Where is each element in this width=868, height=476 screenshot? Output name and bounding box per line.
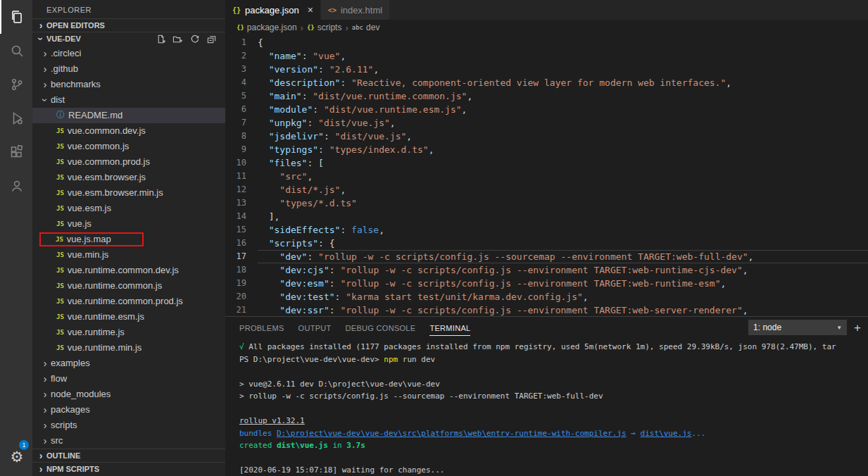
code-line-16: 16 "scripts": { xyxy=(225,237,868,250)
chevron-right-icon: › xyxy=(39,374,51,384)
explorer-icon[interactable] xyxy=(0,0,32,34)
code-line-6: 6 "module": "dist/vue.runtime.esm.js", xyxy=(225,103,868,116)
tab-index-html[interactable]: <> index.html xyxy=(321,0,390,20)
tree-item-flow[interactable]: ›flow xyxy=(32,371,225,387)
tab-package-json[interactable]: {} package.json × xyxy=(225,0,321,20)
code-line-20: 20 "dev:test": "karma start test/unit/ka… xyxy=(225,290,868,303)
terminal-output[interactable]: √ All packages installed (1177 packages … xyxy=(225,338,868,476)
tree-item-vue-js-map[interactable]: JSvue.js.map xyxy=(32,232,225,247)
terminal-line: > vue@2.6.11 dev D:\project\vue-dev\vue-… xyxy=(239,378,868,391)
code-line-5: 5 "main": "dist/vue.runtime.common.js", xyxy=(225,89,868,103)
chevron-right-icon: › xyxy=(35,451,46,461)
terminal-line: [2020-06-19 15:07:18] waiting for change… xyxy=(239,464,868,476)
workspace-section-header[interactable]: › VUE-DEV xyxy=(32,32,225,46)
js-file-icon: JS xyxy=(56,236,63,243)
panel-tab-output[interactable]: OUTPUT xyxy=(298,320,332,336)
tree-item--circleci[interactable]: ›.circleci xyxy=(32,46,225,61)
chevron-right-icon: › xyxy=(39,389,51,399)
search-icon[interactable] xyxy=(0,34,32,68)
terminal-line: √ All packages installed (1177 packages … xyxy=(239,341,868,353)
breadcrumb-item-file[interactable]: {} package.json xyxy=(237,23,297,32)
js-file-icon: JS xyxy=(56,158,64,165)
tree-item-vue-common-js[interactable]: JSvue.common.js xyxy=(32,139,225,154)
extensions-icon[interactable] xyxy=(0,135,32,169)
outline-section-header[interactable]: › OUTLINE xyxy=(32,449,225,463)
line-number: 19 xyxy=(225,277,258,290)
tree-item-vue-runtime-esm-js[interactable]: JSvue.runtime.esm.js xyxy=(32,309,225,325)
tree-item-vue-common-prod-js[interactable]: JSvue.common.prod.js xyxy=(32,154,225,170)
open-editors-section-header[interactable]: › OPEN EDITORS xyxy=(32,18,225,32)
npm-scripts-section-header[interactable]: › NPM SCRIPTS xyxy=(32,462,225,476)
json-file-icon: {} xyxy=(232,6,241,14)
json-symbol-icon: {} xyxy=(237,24,244,31)
tree-item-vue-runtime-common-prod-js[interactable]: JSvue.runtime.common.prod.js xyxy=(32,294,225,309)
terminal-line xyxy=(239,452,868,465)
annotation-red-box: JSvue.js.map xyxy=(39,232,144,246)
tree-item-src[interactable]: ›src xyxy=(32,433,225,449)
collapse-folders-button[interactable] xyxy=(206,34,217,44)
tree-item-vue-min-js[interactable]: JSvue.min.js xyxy=(32,247,225,263)
tree-item-dist[interactable]: ›dist xyxy=(32,92,225,108)
tree-item-benchmarks[interactable]: ›benchmarks xyxy=(32,77,225,92)
panel-tab-terminal[interactable]: TERMINAL xyxy=(429,320,470,336)
tree-item-examples[interactable]: ›examples xyxy=(32,356,225,371)
code-editor[interactable]: 1{2 "name": "vue",3 "version": "2.6.11",… xyxy=(225,35,868,316)
new-terminal-button[interactable]: + xyxy=(854,322,861,334)
line-number: 15 xyxy=(225,223,258,237)
info-icon: ⓘ xyxy=(56,109,65,121)
line-number: 1 xyxy=(225,36,258,49)
code-line-17: 17 "dev": "rollup -w -c scripts/config.j… xyxy=(225,250,868,263)
code-line-19: 19 "dev:esm": "rollup -w -c scripts/conf… xyxy=(225,277,868,290)
tree-item-vue-esm-browser-js[interactable]: JSvue.esm.browser.js xyxy=(32,170,225,185)
tree-item-vue-common-dev-js[interactable]: JSvue.common.dev.js xyxy=(32,123,225,139)
tree-item--github[interactable]: ›.github xyxy=(32,61,225,77)
source-control-icon[interactable] xyxy=(0,68,32,101)
code-line-8: 8 "jsdelivr": "dist/vue.js", xyxy=(225,130,868,143)
line-number: 4 xyxy=(225,76,258,89)
html-file-icon: <> xyxy=(328,6,336,14)
tree-item-vue-esm-js[interactable]: JSvue.esm.js xyxy=(32,201,225,216)
run-and-debug-icon[interactable] xyxy=(0,101,32,135)
tree-item-vue-runtime-js[interactable]: JSvue.runtime.js xyxy=(32,325,225,340)
code-line-7: 7 "unpkg": "dist/vue.js", xyxy=(225,116,868,130)
sidebar-title: EXPLORER xyxy=(32,0,225,18)
chevron-right-icon: › xyxy=(344,23,349,33)
tree-item-vue-esm-browser-min-js[interactable]: JSvue.esm.browser.min.js xyxy=(32,185,225,201)
tree-item-vue-runtime-min-js[interactable]: JSvue.runtime.min.js xyxy=(32,340,225,356)
tree-item-scripts[interactable]: ›scripts xyxy=(32,418,225,433)
code-line-9: 9 "typings": "types/index.d.ts", xyxy=(225,143,868,156)
tree-item-node-modules[interactable]: ›node_modules xyxy=(32,387,225,402)
line-number: 10 xyxy=(225,156,258,170)
object-symbol-icon: {} xyxy=(307,24,315,31)
js-file-icon: JS xyxy=(56,143,64,150)
breadcrumb-item-dev[interactable]: abc dev xyxy=(352,23,380,32)
line-number: 14 xyxy=(225,210,258,223)
vscode-window: ⚙ 1 EXPLORER › OPEN EDITORS › VUE-DEV xyxy=(0,0,868,476)
js-file-icon: JS xyxy=(56,220,64,227)
tree-item-readme-md[interactable]: ⓘREADME.md xyxy=(32,108,225,123)
refresh-explorer-button[interactable] xyxy=(189,34,200,44)
close-icon[interactable]: × xyxy=(308,4,313,15)
tree-item-vue-runtime-common-js[interactable]: JSvue.runtime.common.js xyxy=(32,278,225,294)
line-number: 18 xyxy=(225,263,258,277)
manage-area: ⚙ 1 xyxy=(0,439,32,473)
code-line-12: 12 "dist/*.js", xyxy=(225,183,868,196)
terminal-line: PS D:\project\vue-dev\vue-dev> npm run d… xyxy=(239,353,868,366)
code-line-4: 4 "description": "Reactive, component-or… xyxy=(225,76,868,89)
code-line-3: 3 "version": "2.6.11", xyxy=(225,63,868,76)
accounts-icon[interactable] xyxy=(0,169,32,203)
tree-item-vue-js[interactable]: JSvue.js xyxy=(32,216,225,232)
terminal-line: rollup v1.32.1 xyxy=(239,415,868,427)
panel-tab-debug-console[interactable]: DEBUG CONSOLE xyxy=(346,320,416,336)
js-file-icon: JS xyxy=(56,205,64,212)
code-line-14: 14 ], xyxy=(225,210,868,223)
new-folder-button[interactable] xyxy=(172,34,183,44)
new-file-button[interactable] xyxy=(156,34,166,44)
panel-tab-problems[interactable]: PROBLEMS xyxy=(239,320,284,336)
js-file-icon: JS xyxy=(56,127,64,134)
line-number: 9 xyxy=(225,143,258,156)
terminal-shell-selector[interactable]: 1: node ▼ xyxy=(748,320,847,335)
breadcrumb-item-scripts[interactable]: {} scripts xyxy=(307,23,342,32)
tree-item-packages[interactable]: ›packages xyxy=(32,402,225,418)
tree-item-vue-runtime-common-dev-js[interactable]: JSvue.runtime.common.dev.js xyxy=(32,263,225,278)
